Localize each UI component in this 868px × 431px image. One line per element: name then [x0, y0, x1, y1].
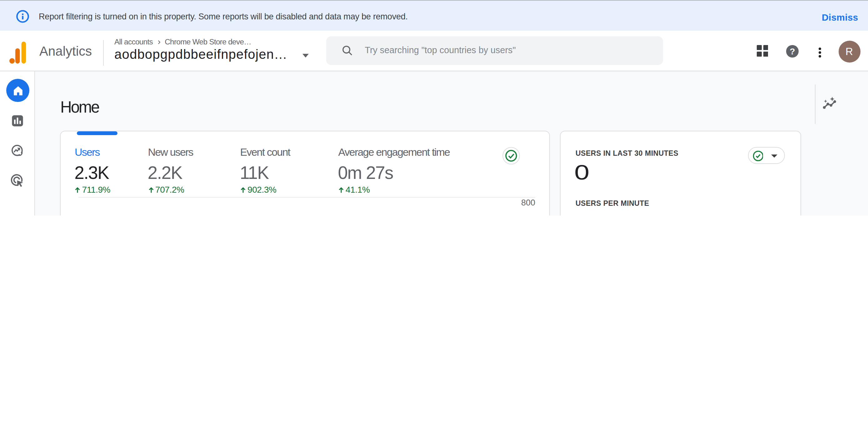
svg-text:800: 800: [521, 198, 535, 207]
